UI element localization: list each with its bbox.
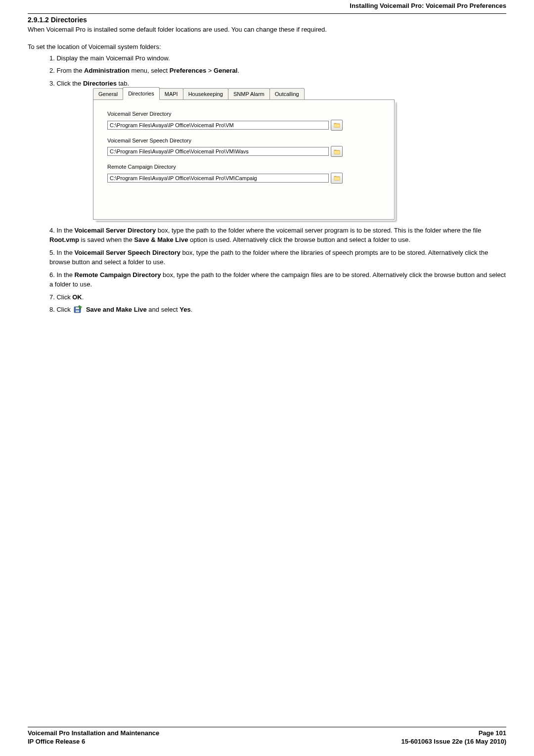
folder-icon (334, 122, 340, 128)
step-4: 4. In the Voicemail Server Directory box… (49, 226, 506, 245)
step-3-pre: Click the (56, 80, 83, 87)
svg-rect-1 (76, 307, 79, 309)
step-3-post: tab. (117, 80, 129, 87)
tab-snmp-alarm[interactable]: SNMP Alarm (228, 88, 270, 100)
step-5-pre: In the (56, 249, 74, 256)
step-2-admin: Administration (84, 67, 130, 74)
save-make-live-icon (73, 305, 83, 314)
step-7-num: 7. (49, 293, 55, 301)
tab-housekeeping[interactable]: Housekeeping (183, 88, 228, 100)
footer-left-1: Voicemail Pro Installation and Maintenan… (28, 729, 159, 738)
step-2-mid: menu, select (130, 67, 170, 74)
step-2-pref: Preferences (170, 67, 206, 74)
section-subhead: To set the location of Voicemail system … (28, 43, 506, 50)
footer-right-1: Page 101 (479, 729, 506, 738)
browse-button-rcd[interactable] (331, 173, 343, 184)
step-4-boxname: Voicemail Server Directory (75, 227, 156, 234)
step-2-gt: > (206, 67, 214, 74)
step-3-num: 3. (49, 80, 55, 87)
dialog-tabstrip: General Directories MAPI Housekeeping SN… (93, 89, 506, 100)
step-7-pre: Click (56, 293, 72, 301)
step-6-boxname: Remote Campaign Directory (75, 271, 161, 279)
input-voicemail-server-dir[interactable] (107, 121, 329, 130)
header-breadcrumb: Installing Voicemail Pro: Voicemail Pro … (28, 0, 506, 10)
field-voicemail-server-speech-dir: Voicemail Server Speech Directory (107, 137, 385, 157)
folder-icon (334, 149, 340, 154)
step-1-num: 1. (49, 54, 55, 62)
svg-rect-2 (76, 310, 79, 312)
step-4-post: option is used. Alternatively click the … (188, 236, 410, 243)
step-5: 5. In the Voicemail Server Speech Direct… (49, 248, 506, 267)
step-8-save: Save and Make Live (86, 306, 147, 313)
step-5-boxname: Voicemail Server Speech Directory (75, 249, 180, 256)
step-7-post: . (82, 293, 84, 301)
dialog-panel: Voicemail Server Directory Voicemail Ser… (93, 99, 395, 220)
footer-left-2: IP Office Release 6 (28, 737, 85, 746)
step-8: 8. Click Save and Make Live and select Y… (49, 305, 506, 315)
footer-rule (28, 727, 506, 727)
tab-mapi[interactable]: MAPI (159, 88, 183, 100)
step-4-file: Root.vmp (49, 236, 79, 243)
step-5-num: 5. (49, 249, 55, 256)
step-6-pre: In the (56, 271, 74, 279)
step-4-pre: In the (56, 227, 74, 234)
step-8-pre: Click (56, 306, 72, 313)
step-4-save: Save & Make Live (134, 236, 188, 243)
step-6-num: 6. (49, 271, 55, 279)
section-number: 2.9.1.2 (28, 16, 49, 24)
field-remote-campaign-dir: Remote Campaign Directory (107, 163, 385, 184)
browse-button-vssd[interactable] (331, 146, 343, 157)
step-4-num: 4. (49, 227, 55, 234)
header-rule (28, 13, 506, 14)
label-voicemail-server-dir: Voicemail Server Directory (107, 110, 385, 118)
step-1-text: Display the main Voicemail Pro window. (56, 54, 170, 62)
tab-general[interactable]: General (93, 88, 123, 100)
step-7-ok: OK (72, 293, 82, 301)
step-8-yes: Yes (179, 306, 190, 313)
page-footer: Voicemail Pro Installation and Maintenan… (28, 727, 506, 746)
section-title-text: Directories (51, 16, 87, 24)
step-8-mid: and select (147, 306, 180, 313)
step-8-num: 8. (49, 306, 55, 313)
step-2-num: 2. (49, 67, 55, 74)
step-1: 1. Display the main Voicemail Pro window… (49, 53, 506, 63)
footer-right-2: 15-601063 Issue 22e (16 May 2010) (401, 737, 507, 746)
dialog-screenshot: General Directories MAPI Housekeeping SN… (93, 89, 506, 220)
browse-button-vsd[interactable] (331, 120, 343, 131)
step-2-pre: From the (56, 67, 84, 74)
input-voicemail-server-speech-dir[interactable] (107, 147, 329, 156)
step-2-gen: General (214, 67, 237, 74)
tab-directories[interactable]: Directories (123, 87, 160, 100)
label-remote-campaign-dir: Remote Campaign Directory (107, 163, 385, 171)
folder-icon (334, 175, 340, 181)
field-voicemail-server-dir: Voicemail Server Directory (107, 110, 385, 131)
step-4-mid1: box, type the path to the folder where t… (156, 227, 481, 234)
label-voicemail-server-speech-dir: Voicemail Server Speech Directory (107, 137, 385, 145)
step-3: 3. Click the Directories tab. General Di… (49, 79, 506, 220)
step-2: 2. From the Administration menu, select … (49, 66, 506, 76)
tab-outcalling[interactable]: Outcalling (269, 88, 305, 100)
section-heading: 2.9.1.2 Directories (28, 16, 506, 24)
section-intro: When Voicemail Pro is installed some def… (28, 25, 506, 34)
step-2-post: . (237, 67, 239, 74)
step-3-tab: Directories (83, 80, 117, 87)
input-remote-campaign-dir[interactable] (107, 174, 329, 183)
step-6: 6. In the Remote Campaign Directory box,… (49, 270, 506, 289)
step-4-mid2: is saved when the (79, 236, 134, 243)
step-7: 7. Click OK. (49, 292, 506, 302)
step-8-post: . (191, 306, 193, 313)
